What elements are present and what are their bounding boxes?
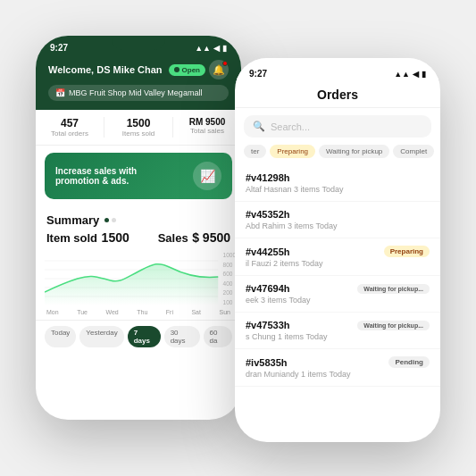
- right-phone: 9:27 ▲▲ ◀ ▮ Orders 🔍 Search... ter Prepa…: [235, 58, 440, 442]
- total-orders-value: 457: [36, 117, 104, 129]
- order-time-1: Today: [322, 185, 343, 194]
- time-tabs: Today Yesterday 7 days 30 days 60 da: [36, 320, 241, 353]
- order-items-2: 3 items: [288, 221, 313, 230]
- order-id-text-6: #iv5835h: [246, 357, 287, 368]
- order-name-5: s Chung: [246, 332, 276, 341]
- tab-yesterday[interactable]: Yesterday: [79, 326, 123, 347]
- filter-complete[interactable]: Complet: [393, 145, 434, 158]
- y-axis-labels: 1000 800 600 400 200 100: [223, 252, 236, 305]
- order-id-text-1: #v41298h: [246, 172, 290, 183]
- order-name-4: eek: [246, 296, 259, 305]
- welcome-text: Welcome, DS Mike Chan: [48, 64, 163, 75]
- dot-2: [112, 218, 116, 222]
- order-name-2: Abd Rahim: [246, 221, 286, 230]
- chart-area: 1000 800 600 400 200 100: [36, 248, 241, 320]
- order-item-4[interactable]: #v47694h Waiting for pickup... eek 3 ite…: [235, 276, 440, 313]
- battery-icon-right: ▮: [422, 70, 426, 79]
- promo-card[interactable]: Increase sales with promotion & ads. 📈: [45, 153, 232, 199]
- right-status-icons: ▲▲ ◀ ▮: [394, 70, 426, 79]
- filter-tabs: ter Preparing Waiting for pickup Complet: [235, 145, 440, 165]
- order-id-2: #v45352h: [246, 209, 430, 220]
- status-icons-left: ▲▲ ◀ ▮: [195, 44, 227, 53]
- order-meta-6: dran Muniandy 1 items Today: [246, 370, 430, 379]
- order-item-3[interactable]: #v44255h Preparing il Fauzi 2 items Toda…: [235, 238, 440, 276]
- wifi-icon: ◀: [213, 44, 220, 53]
- order-id-text-4: #v47694h: [246, 283, 290, 294]
- order-id-6: #iv5835h Pending: [246, 356, 430, 368]
- signal-icon-right: ▲▲: [394, 70, 410, 79]
- order-meta-2: Abd Rahim 3 items Today: [246, 221, 430, 230]
- order-item-5[interactable]: #v47533h Waiting for pickup... s Chung 1…: [235, 313, 440, 349]
- sales-stat: Sales $ 9500: [158, 230, 230, 245]
- order-item-6[interactable]: #iv5835h Pending dran Muniandy 1 items T…: [235, 349, 440, 387]
- order-item-2[interactable]: #v45352h Abd Rahim 3 items Today: [235, 202, 440, 238]
- sales-value: $ 9500: [192, 230, 230, 245]
- time-left: 9:27: [50, 43, 68, 53]
- open-badge[interactable]: Open: [169, 64, 205, 76]
- x-tue: Tue: [77, 309, 88, 315]
- calendar-icon: 📅: [55, 88, 65, 97]
- order-time-3: Today: [301, 259, 322, 268]
- y-label-1000: 1000: [223, 252, 236, 258]
- bell-button[interactable]: 🔔: [209, 60, 229, 79]
- summary-section: Summary Item sold 1500 Sales $ 9500: [36, 206, 241, 248]
- tab-60days[interactable]: 60 da: [204, 326, 232, 347]
- stats-row: 457 Total orders 1500 Items sold RM 9500…: [36, 110, 241, 146]
- order-item-1[interactable]: #v41298h Altaf Hasnan 3 items Today: [235, 165, 440, 202]
- item-sold-label: Item sold: [46, 231, 97, 245]
- order-meta-5: s Chung 1 items Today: [246, 332, 430, 341]
- y-label-400: 400: [223, 280, 236, 287]
- order-items-5: 1 items: [278, 332, 304, 341]
- search-box[interactable]: 🔍 Search...: [244, 115, 431, 138]
- order-items-4: 3 items: [261, 296, 287, 305]
- status-badge-5: Waiting for pickup...: [357, 321, 430, 330]
- shop-badge[interactable]: 📅 MBG Fruit Shop Mid Valley Megamall: [48, 85, 229, 101]
- tab-30days[interactable]: 30 days: [164, 326, 200, 347]
- total-sales-value: RM 9500: [173, 117, 241, 127]
- dot-1: [104, 218, 109, 222]
- order-meta-3: il Fauzi 2 items Today: [246, 259, 430, 268]
- notification-dot: [222, 61, 228, 66]
- filter-ter[interactable]: ter: [244, 145, 266, 158]
- order-id-1: #v41298h: [246, 172, 430, 183]
- notch-left: [112, 36, 165, 50]
- x-mon: Mon: [46, 309, 59, 315]
- notch-right: [306, 58, 369, 74]
- items-sold-label: Items sold: [104, 129, 172, 138]
- x-fri: Fri: [166, 309, 173, 315]
- order-id-text-3: #v44255h: [246, 246, 290, 257]
- tab-today[interactable]: Today: [45, 326, 76, 347]
- order-time-6: Today: [329, 370, 350, 379]
- left-header: Welcome, DS Mike Chan Open 🔔 📅 MBG Fruit…: [36, 56, 241, 110]
- search-placeholder: Search...: [271, 121, 310, 132]
- summary-title: Summary: [46, 213, 230, 227]
- filter-waiting[interactable]: Waiting for pickup: [319, 145, 389, 158]
- order-items-6: 1 items: [301, 370, 327, 379]
- order-id-text-5: #v47533h: [246, 320, 290, 330]
- order-id-3: #v44255h Preparing: [246, 246, 430, 257]
- open-label: Open: [182, 66, 200, 74]
- order-time-2: Today: [315, 221, 337, 230]
- order-id-5: #v47533h Waiting for pickup...: [246, 320, 430, 330]
- filter-preparing[interactable]: Preparing: [270, 145, 315, 158]
- battery-icon: ▮: [222, 44, 227, 53]
- signal-icon: ▲▲: [195, 44, 211, 53]
- toggle-dot: [174, 67, 180, 72]
- status-badge-6: Pending: [388, 356, 430, 368]
- item-sold-value: 1500: [102, 230, 129, 245]
- x-sat: Sat: [191, 309, 201, 315]
- y-label-100: 100: [223, 299, 236, 305]
- time-right: 9:27: [249, 69, 267, 79]
- search-icon: 🔍: [253, 121, 265, 132]
- tab-7days[interactable]: 7 days: [128, 326, 161, 347]
- order-list: #v41298h Altaf Hasnan 3 items Today #v45…: [235, 165, 440, 387]
- sales-label: Sales: [158, 231, 188, 245]
- left-phone: 9:27 ▲▲ ◀ ▮ Welcome, DS Mike Chan Open 🔔…: [36, 36, 241, 420]
- wifi-icon-right: ◀: [413, 70, 419, 79]
- items-sold-value: 1500: [104, 117, 172, 129]
- x-sun: Sun: [219, 309, 230, 315]
- welcome-row: Welcome, DS Mike Chan Open 🔔: [48, 60, 229, 79]
- order-name-3: il Fauzi: [246, 259, 271, 268]
- summary-label: Summary: [46, 213, 99, 227]
- order-name-1: Altaf Hasnan: [246, 185, 292, 194]
